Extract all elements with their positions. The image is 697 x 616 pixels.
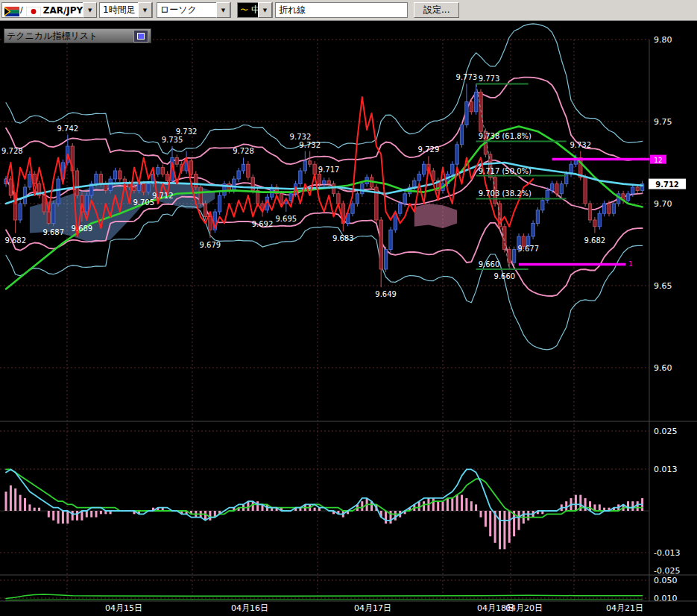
- price-annotation: 9.728: [233, 147, 254, 155]
- price-annotation: 9.649: [375, 290, 397, 298]
- line-style-select[interactable]: 〜 中 ▼: [237, 2, 273, 18]
- yellow-wave-icon: 〜: [238, 4, 248, 16]
- chevron-down-icon[interactable]: ▼: [83, 2, 97, 18]
- macd-tick-label: 0.025: [654, 427, 678, 436]
- pair-separator: /: [20, 5, 23, 15]
- chart-canvas[interactable]: テクニカル指標リスト 9.809.759.709.659.600.0250.01…: [0, 21, 697, 616]
- chevron-down-icon[interactable]: ▼: [258, 2, 272, 18]
- price-annotation: 9.717: [318, 166, 340, 174]
- price-tick-label: 9.70: [654, 199, 672, 209]
- price-annotation: 9.732: [570, 141, 591, 149]
- fib-level-label: 9.660: [479, 260, 500, 268]
- price-annotation: 9.735: [162, 136, 183, 144]
- timeframe-value: 1時間足: [100, 4, 138, 16]
- timeframe-select[interactable]: 1時間足 ▼: [99, 2, 153, 18]
- fib-level-label: 9.717 (50.0%): [479, 167, 532, 175]
- pair-select[interactable]: / ZAR/JPY ▼: [1, 2, 95, 18]
- cloud-pink: [414, 204, 457, 228]
- chart-type-value: ローソク: [157, 4, 200, 16]
- indicator-list-title: テクニカル指標リスト: [7, 30, 98, 43]
- fx-chart-window: / ZAR/JPY ▼ 1時間足 ▼ ローソク ▼ 〜 中 ▼ 設定...: [0, 0, 697, 616]
- price-annotation: 9.687: [42, 228, 64, 236]
- settings-button[interactable]: 設定...: [414, 2, 459, 18]
- chart-svg[interactable]: 9.809.759.709.659.600.0250.013-0.013-0.0…: [0, 21, 697, 616]
- restore-box-icon: [137, 33, 145, 40]
- price-annotation: 9.683: [332, 234, 354, 242]
- price-annotation: 9.689: [72, 224, 93, 233]
- price-tick-label: 9.80: [654, 35, 672, 45]
- macd-signal-line: [6, 469, 643, 517]
- sub-indicator-panel: [6, 594, 643, 600]
- price-annotation: 9.682: [584, 236, 606, 245]
- fib-level-label: 9.738 (61.8%): [479, 132, 532, 140]
- price-annotation: 9.682: [4, 236, 26, 245]
- date-label: 04月20日: [505, 603, 543, 613]
- overlay-type-field[interactable]: [275, 2, 408, 18]
- date-label: 04月16日: [231, 603, 268, 613]
- price-annotation: 9.695: [276, 215, 297, 223]
- date-label: 04月15日: [105, 603, 142, 613]
- south-africa-flag-icon: [4, 5, 19, 15]
- price-tick-label: 9.65: [654, 281, 672, 291]
- price-annotation: 9.692: [252, 220, 274, 228]
- chevron-down-icon[interactable]: ▼: [216, 2, 230, 18]
- price-annotation: 9.705: [133, 198, 154, 207]
- price-annotation: 9.679: [200, 241, 221, 249]
- macd-panel: [5, 469, 644, 549]
- macd-tick-label: -0.025: [654, 566, 680, 576]
- line-style-value: 中: [248, 4, 258, 16]
- chart-type-select[interactable]: ローソク ▼: [157, 2, 231, 18]
- date-label: 04月17日: [354, 603, 391, 613]
- price-tick-label: 9.60: [654, 363, 672, 373]
- restore-box-button[interactable]: [133, 30, 148, 43]
- sub-line-2: [6, 600, 643, 600]
- price-annotation: 9.677: [517, 245, 539, 253]
- price-tick-label: 9.75: [654, 117, 672, 127]
- magenta-axis-tag-label: 12: [654, 157, 662, 164]
- price-annotation: 9.728: [1, 147, 23, 155]
- macd-tick-label: -0.013: [654, 548, 680, 558]
- price-annotation: 9.660: [494, 272, 516, 280]
- chevron-down-icon[interactable]: ▼: [138, 2, 152, 18]
- plot-area[interactable]: 9.809.759.709.659.600.0250.013-0.013-0.0…: [0, 21, 697, 616]
- macd-tick-label: 0.013: [654, 465, 678, 474]
- fib-level-label: 9.703 (38.2%): [479, 189, 532, 198]
- date-label: 04月21日: [606, 603, 643, 613]
- band-upper-3sigma: [6, 24, 643, 154]
- price-annotation: 9.773: [456, 73, 478, 81]
- price-annotation: 9.729: [418, 145, 440, 154]
- price-annotation: 9.732: [290, 133, 312, 141]
- price-annotation: 9.712: [152, 192, 174, 200]
- sub-tick-label: 0.010: [654, 594, 678, 603]
- current-price-label: 9.712: [655, 180, 679, 189]
- magenta-line-tag: 1: [628, 260, 633, 268]
- price-annotation: 9.732: [176, 128, 198, 136]
- japan-flag-icon: [26, 5, 41, 15]
- price-annotation: 9.732: [299, 141, 321, 149]
- fib-level-label: 9.773: [479, 75, 500, 83]
- toolbar: / ZAR/JPY ▼ 1時間足 ▼ ローソク ▼ 〜 中 ▼ 設定...: [0, 0, 697, 21]
- band-upper-2sigma: [6, 78, 643, 165]
- pair-label: ZAR/JPY: [43, 5, 83, 16]
- sub-tick-label: 0.050: [654, 576, 678, 585]
- price-annotation: 9.742: [57, 125, 78, 133]
- indicator-list-header[interactable]: テクニカル指標リスト: [4, 28, 151, 43]
